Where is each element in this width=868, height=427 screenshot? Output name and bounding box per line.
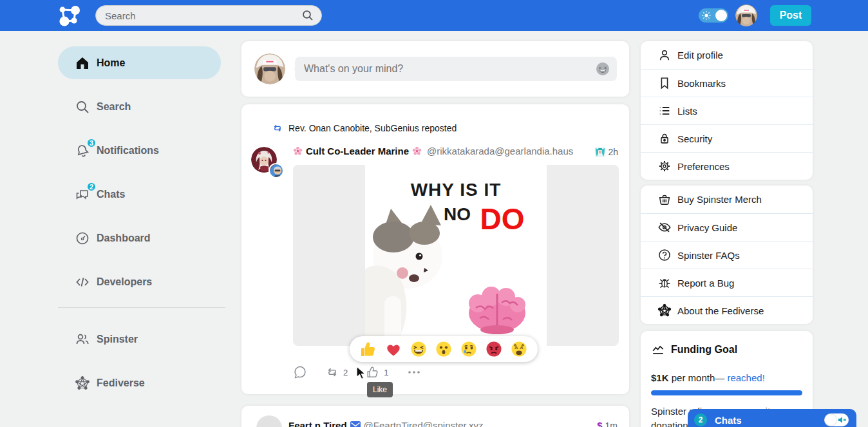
next-post-card: Feart n Tired @FeartnTired@spinster.xyz … [241, 406, 629, 427]
dashboard-icon [74, 230, 91, 247]
chat-sound-toggle[interactable] [824, 413, 849, 426]
fediverse-icon [74, 375, 91, 392]
svg-text:WHY IS IT: WHY IS IT [411, 180, 502, 200]
funding-progress-track [651, 390, 802, 395]
weary-reaction[interactable] [510, 340, 528, 358]
sidebar-divider [58, 307, 225, 308]
funding-goal-amount-line: $1K per month— reached! [651, 372, 802, 383]
top-search [95, 5, 322, 26]
cherry-blossom-icon [293, 146, 303, 156]
emoji-picker-icon[interactable] [595, 61, 610, 77]
sidebar-item-label: Fediverse [97, 377, 145, 389]
theme-toggle[interactable] [699, 8, 728, 23]
menu-item-label: Bookmarks [677, 78, 726, 89]
sidebar-item-dashboard[interactable]: Dashboard [58, 227, 225, 250]
search-icon[interactable] [302, 10, 314, 21]
bell-icon: 3 [74, 142, 91, 159]
reaction-bar [350, 336, 538, 362]
crying-reaction[interactable] [460, 340, 478, 358]
sun-icon [702, 11, 711, 20]
sidebar-item-chats[interactable]: 2 Chats [58, 183, 225, 206]
comment-button[interactable] [293, 365, 307, 379]
lock-icon [657, 131, 672, 146]
fediverse-star-icon [657, 303, 672, 318]
thumbs-up-reaction[interactable] [359, 340, 377, 358]
next-post-byline[interactable]: Feart n Tired @FeartnTired@spinster.xyz [288, 420, 483, 427]
heart-reaction[interactable] [384, 340, 402, 358]
current-user-avatar[interactable] [735, 5, 757, 26]
search-icon [74, 99, 91, 115]
sidebar-item-label: Home [97, 57, 125, 69]
sidebar-item-spinster[interactable]: Spinster [58, 328, 225, 351]
like-count: 1 [384, 368, 388, 377]
code-icon [74, 274, 91, 290]
post-actions: 2 1 [293, 365, 440, 380]
next-post-avatar[interactable] [256, 415, 282, 427]
instance-emoji-icon [595, 147, 605, 157]
chat-bubbles-icon: 2 [74, 186, 91, 203]
home-icon [74, 55, 91, 71]
compose-input[interactable] [295, 63, 595, 75]
question-circle-icon [657, 247, 672, 263]
sidebar-item-label: Developers [97, 276, 152, 288]
menu-item-about-fediverse[interactable]: About the Fediverse [641, 296, 813, 324]
funding-amount: $1K [651, 372, 669, 383]
left-sidebar: Home Search 3 Notifications 2 Chats Dash… [58, 31, 227, 427]
notifications-badge: 3 [86, 138, 97, 148]
menu-item-edit-profile[interactable]: Edit profile [641, 41, 813, 69]
repost-note[interactable]: Rev. Onan Canobite, SubGenius reposted [272, 122, 457, 134]
laughing-reaction[interactable] [410, 340, 428, 358]
top-bar: Post [0, 0, 868, 31]
sidebar-item-search[interactable]: Search [58, 95, 225, 119]
funding-progress-fill [651, 390, 802, 395]
repost-button[interactable]: 2 [325, 365, 348, 379]
compose-avatar[interactable] [254, 53, 285, 84]
search-input[interactable] [96, 10, 302, 21]
menu-item-label: Edit profile [677, 50, 723, 61]
repost-note-text: Rev. Onan Canobite, SubGenius reposted [288, 123, 457, 133]
sidebar-item-home[interactable]: Home [58, 46, 221, 79]
chart-icon [651, 343, 665, 357]
next-post-author: Feart n Tired [288, 420, 347, 427]
post-card: Rev. Onan Canobite, SubGenius reposted C… [241, 104, 629, 394]
angry-reaction[interactable] [485, 340, 503, 358]
sidebar-item-notifications[interactable]: 3 Notifications [58, 139, 225, 162]
info-menu: Buy Spinster Merch Privacy Guide Spinste… [641, 185, 813, 324]
menu-item-preferences[interactable]: Preferences [641, 152, 813, 180]
basket-icon [657, 192, 672, 207]
sidebar-item-fediverse[interactable]: Fediverse [58, 372, 225, 395]
menu-item-label: Security [677, 133, 712, 144]
next-post-meta[interactable]: $ 1m [597, 420, 618, 427]
sidebar-item-developers[interactable]: Developers [58, 270, 225, 294]
chats-unread-badge: 2 [694, 413, 707, 426]
menu-item-merch[interactable]: Buy Spinster Merch [641, 185, 813, 213]
menu-item-label: About the Fediverse [677, 305, 764, 316]
menu-item-bookmarks[interactable]: Bookmarks [641, 69, 813, 97]
post-button[interactable]: Post [770, 5, 811, 26]
reposter-avatar[interactable] [269, 163, 284, 178]
spinster-logo-icon[interactable] [58, 4, 84, 27]
post-media[interactable]: WHY IS IT NO DO [293, 165, 619, 346]
menu-item-faqs[interactable]: Spinster FAQs [641, 241, 813, 269]
chats-panel-header[interactable]: 2 Chats [688, 409, 856, 427]
menu-item-security[interactable]: Security [641, 124, 813, 152]
funding-reached-link[interactable]: reached! [727, 372, 764, 383]
post-author-handle: @rikkatakarada@gearlandia.haus [427, 146, 573, 157]
surprised-reaction[interactable] [435, 340, 453, 358]
compose-field-wrap [295, 57, 617, 81]
menu-item-report-bug[interactable]: Report a Bug [641, 269, 813, 296]
post-meta[interactable]: 2h [595, 147, 618, 157]
menu-item-privacy-guide[interactable]: Privacy Guide [641, 213, 813, 241]
bookmark-icon [657, 75, 672, 91]
chats-badge: 2 [86, 182, 97, 192]
next-post-handle: @FeartnTired@spinster.xyz [364, 420, 484, 427]
funding-goal-title: Funding Goal [671, 344, 737, 356]
people-icon [74, 331, 91, 348]
menu-item-label: Preferences [677, 161, 730, 172]
cherry-blossom-icon [412, 146, 422, 156]
post-byline[interactable]: Cult Co-Leader Marine @rikkatakarada@gea… [293, 146, 573, 157]
like-button[interactable]: 1 [366, 365, 388, 379]
gear-icon [657, 158, 672, 174]
more-options-button[interactable] [406, 365, 422, 379]
menu-item-lists[interactable]: Lists [641, 97, 813, 124]
